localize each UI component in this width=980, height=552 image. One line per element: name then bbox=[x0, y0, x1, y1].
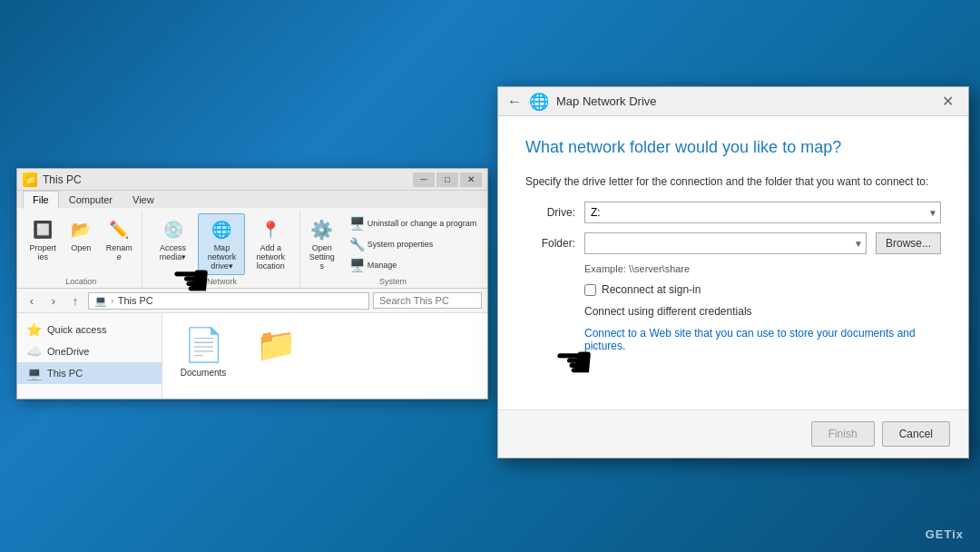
reconnect-checkbox[interactable] bbox=[584, 284, 596, 296]
network-items: 💿 Access media▾ 🌐 Map network drive▾ 📍 A… bbox=[150, 213, 295, 275]
folder-input[interactable] bbox=[584, 232, 867, 254]
back-button[interactable]: ‹ bbox=[23, 291, 41, 310]
sidebar-item-quick-access[interactable]: ⭐ Quick access bbox=[17, 319, 162, 340]
tab-file[interactable]: File bbox=[23, 191, 59, 209]
forward-button[interactable]: › bbox=[44, 291, 63, 310]
open-settings-button[interactable]: ⚙️ Open Settings bbox=[304, 213, 340, 275]
manage-label: Manage bbox=[368, 261, 397, 270]
manage-button[interactable]: 🖥️ Manage bbox=[344, 255, 483, 275]
different-creds-text: Connect using different credentials bbox=[584, 305, 752, 318]
drive-label: Drive: bbox=[525, 206, 575, 219]
tab-view[interactable]: View bbox=[122, 191, 164, 208]
ribbon-group-network: 💿 Access media▾ 🌐 Map network drive▾ 📍 A… bbox=[144, 212, 301, 288]
cancel-button[interactable]: Cancel bbox=[882, 421, 950, 447]
explorer-sidebar: ⭐ Quick access ☁️ OneDrive 💻 This PC bbox=[17, 313, 162, 399]
ribbon-tabs: File Computer View bbox=[17, 191, 487, 208]
sidebar-item-onedrive[interactable]: ☁️ OneDrive bbox=[17, 340, 162, 362]
system-group-label: System bbox=[379, 275, 407, 286]
add-network-icon: 📍 bbox=[258, 217, 283, 242]
explorer-window: 📁 This PC ─ □ ✕ File Computer View 🔲 Pro… bbox=[16, 168, 488, 399]
properties-label: Properties bbox=[29, 244, 56, 262]
add-network-label: Add a network location bbox=[251, 244, 289, 271]
system-props-icon: 🔧 bbox=[349, 237, 365, 251]
reconnect-row: Reconnect at sign-in bbox=[584, 283, 941, 296]
folder-example: Example: \\server\share bbox=[584, 263, 941, 274]
close-button[interactable]: ✕ bbox=[460, 172, 482, 187]
dialog-close-button[interactable]: ✕ bbox=[936, 90, 959, 113]
folder1-icon: 📁 bbox=[256, 326, 297, 364]
system-props-label: System properties bbox=[368, 240, 434, 249]
settings-icon: ⚙️ bbox=[309, 217, 335, 242]
folder-row: Folder: ▼ Browse... bbox=[525, 232, 941, 254]
properties-icon: 🔲 bbox=[30, 217, 55, 242]
quick-access-label: Quick access bbox=[47, 324, 106, 335]
map-network-icon: 🌐 bbox=[209, 217, 234, 242]
access-media-button[interactable]: 💿 Access media▾ bbox=[150, 213, 197, 266]
explorer-title-icon: 📁 bbox=[23, 172, 37, 187]
ribbon-content: 🔲 Properties 📂 Open ✏️ Rename Location bbox=[17, 208, 487, 288]
open-label: Open bbox=[71, 244, 91, 253]
dialog-map-network: ← 🌐 Map Network Drive ✕ What network fol… bbox=[497, 86, 969, 458]
path-sep: › bbox=[111, 295, 114, 306]
map-network-button[interactable]: 🌐 Map network drive▾ bbox=[198, 213, 245, 275]
this-pc-label: This PC bbox=[47, 368, 83, 379]
file-item-documents[interactable]: 📄 Documents bbox=[172, 322, 235, 381]
drive-row: Drive: Z: Y: X: ▼ bbox=[525, 202, 941, 223]
dialog-body: What network folder would you like to ma… bbox=[498, 116, 968, 409]
different-creds-row: Connect using different credentials bbox=[584, 305, 941, 318]
documents-label: Documents bbox=[181, 368, 227, 378]
system-props-button[interactable]: 🔧 System properties bbox=[344, 234, 483, 254]
map-network-label: Map network drive▾ bbox=[202, 244, 240, 271]
properties-button[interactable]: 🔲 Properties bbox=[24, 213, 61, 266]
path-icon: 💻 bbox=[94, 295, 107, 307]
access-media-icon: 💿 bbox=[161, 217, 186, 242]
system-top: ⚙️ Open Settings 🖥️ Uninstall or change … bbox=[304, 213, 483, 275]
maximize-button[interactable]: □ bbox=[436, 172, 458, 187]
explorer-main: 📄 Documents 📁 bbox=[162, 313, 487, 399]
uninstall-button[interactable]: 🖥️ Uninstall or change a program bbox=[344, 213, 483, 233]
access-media-label: Access media▾ bbox=[154, 244, 192, 262]
open-button[interactable]: 📂 Open bbox=[63, 213, 99, 257]
rename-button[interactable]: ✏️ Rename bbox=[101, 213, 137, 266]
open-settings-label: Open Settings bbox=[309, 244, 336, 271]
dialog-title-icon: 🌐 bbox=[529, 92, 549, 112]
rename-icon: ✏️ bbox=[106, 217, 132, 242]
dialog-back-button[interactable]: ← bbox=[507, 94, 522, 110]
explorer-body: ⭐ Quick access ☁️ OneDrive 💻 This PC 📄 D… bbox=[17, 313, 487, 399]
reconnect-label: Reconnect at sign-in bbox=[602, 283, 701, 296]
system-sub: 🖥️ Uninstall or change a program 🔧 Syste… bbox=[344, 213, 483, 275]
documents-icon: 📄 bbox=[183, 326, 224, 364]
uninstall-label: Uninstall or change a program bbox=[368, 219, 477, 228]
location-items: 🔲 Properties 📂 Open ✏️ Rename bbox=[24, 213, 137, 275]
file-item-folder1[interactable]: 📁 bbox=[244, 322, 308, 381]
browse-button[interactable]: Browse... bbox=[876, 232, 941, 254]
titlebar-controls: ─ □ ✕ bbox=[413, 172, 482, 187]
manage-icon: 🖥️ bbox=[349, 258, 365, 272]
open-icon: 📂 bbox=[68, 217, 93, 242]
add-network-button[interactable]: 📍 Add a network location bbox=[247, 213, 294, 275]
dialog-heading: What network folder would you like to ma… bbox=[525, 138, 941, 158]
search-input[interactable] bbox=[373, 292, 482, 309]
dialog-subtext: Specify the drive letter for the connect… bbox=[525, 174, 941, 190]
network-group-label: Network bbox=[207, 275, 237, 286]
address-path[interactable]: 💻 › This PC bbox=[88, 292, 369, 310]
explorer-titlebar: 📁 This PC ─ □ ✕ bbox=[17, 169, 487, 191]
dialog-footer: Finish Cancel bbox=[498, 409, 968, 458]
drive-control: Z: Y: X: ▼ bbox=[584, 202, 941, 223]
location-group-label: Location bbox=[65, 275, 96, 286]
quick-access-icon: ⭐ bbox=[26, 322, 42, 337]
watermark: GETix bbox=[926, 527, 964, 541]
minimize-button[interactable]: ─ bbox=[413, 172, 435, 187]
web-site-link[interactable]: Connect to a Web site that you can use t… bbox=[584, 327, 941, 352]
rename-label: Rename bbox=[105, 244, 132, 262]
explorer-title-text: This PC bbox=[43, 173, 82, 186]
tab-computer[interactable]: Computer bbox=[59, 191, 122, 208]
folder-control: ▼ bbox=[584, 232, 867, 254]
address-bar: ‹ › ↑ 💻 › This PC bbox=[17, 289, 487, 313]
ribbon-group-system: ⚙️ Open Settings 🖥️ Uninstall or change … bbox=[302, 212, 484, 288]
finish-button[interactable]: Finish bbox=[811, 421, 875, 447]
drive-select[interactable]: Z: Y: X: bbox=[584, 202, 941, 223]
sidebar-item-this-pc[interactable]: 💻 This PC bbox=[17, 362, 162, 384]
dialog-title-text: Map Network Drive bbox=[556, 94, 928, 108]
up-button[interactable]: ↑ bbox=[66, 291, 84, 310]
